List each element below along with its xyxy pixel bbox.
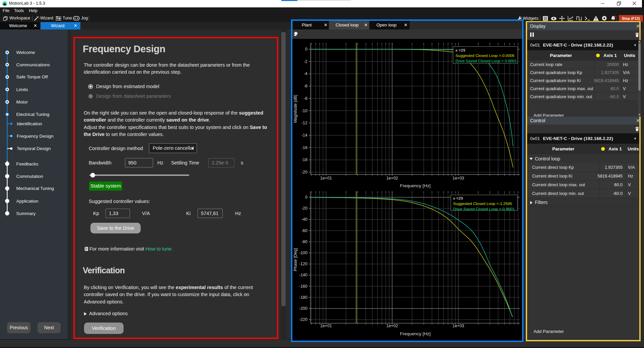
svg-text:1e+01: 1e+01 [320,176,332,181]
svg-text:-4: -4 [304,71,307,76]
svg-text:-8: -8 [304,96,307,101]
svg-text:Frequency [Hz]: Frequency [Hz] [400,183,431,188]
svg-text:1e+01: 1e+01 [320,324,332,328]
svg-text:Suggested Closed Loop =-1.2595: Suggested Closed Loop =-1.2595 [453,201,512,206]
svg-text:Commutation: Commutation [16,174,43,179]
svg-text:-140: -140 [299,273,307,277]
svg-text:Motor: Motor [16,99,28,105]
svg-text:0: 0 [305,195,307,200]
svg-text:Drive Saved Closed Loop = 0.00: Drive Saved Closed Loop = 0.0001 [455,59,517,63]
svg-text:Welcome: Welcome [16,50,35,55]
svg-text:Mechanical Tuning: Mechanical Tuning [16,186,54,191]
svg-text:-14: -14 [301,133,307,138]
svg-text:Frequency Design: Frequency Design [17,134,54,139]
svg-text:-220: -220 [299,317,307,322]
svg-text:Identification: Identification [17,121,42,126]
svg-text:Application: Application [16,199,39,204]
svg-text:-200: -200 [299,306,307,311]
svg-text:-12: -12 [301,121,307,125]
svg-text:-120: -120 [299,262,307,266]
svg-text:-18: -18 [301,157,307,162]
svg-text:1e+03: 1e+03 [452,176,464,181]
svg-text:-60: -60 [301,228,307,233]
svg-text:1e+03: 1e+03 [452,324,464,328]
svg-text:-20: -20 [301,170,307,175]
svg-text:Feedbacks: Feedbacks [16,161,39,166]
svg-text:1e+02: 1e+02 [386,324,398,328]
svg-text:-20: -20 [301,206,307,211]
svg-text:Suggested Closed Loop =-0.0006: Suggested Closed Loop =-0.0006 [455,53,515,58]
svg-text:Limits: Limits [16,87,28,92]
svg-text:-80: -80 [301,239,307,244]
svg-text:Electrical Tuning: Electrical Tuning [16,112,50,117]
svg-text:Phase [Deg]: Phase [Deg] [293,248,298,271]
svg-text:-6: -6 [304,84,307,88]
svg-text:-100: -100 [299,251,307,255]
svg-text:Safe Torque Off: Safe Torque Off [16,74,48,79]
svg-text:-160: -160 [299,284,307,289]
svg-text:-16: -16 [301,145,307,150]
svg-text:Magnitude [dB]: Magnitude [dB] [293,95,298,123]
svg-text:x =29: x =29 [453,196,463,201]
svg-text:Communications: Communications [16,62,50,67]
svg-text:-180: -180 [299,295,307,300]
svg-text:Temporal Design: Temporal Design [17,146,51,151]
svg-text:1e+02: 1e+02 [386,176,398,181]
svg-text:0: 0 [305,47,307,52]
svg-text:-40: -40 [301,217,307,222]
svg-text:Drive Saved Closed Loop =-0.86: Drive Saved Closed Loop =-0.8601 [453,207,515,211]
svg-text:Summary: Summary [16,211,36,216]
svg-text:-10: -10 [301,109,307,113]
svg-text:Frequency [Hz]: Frequency [Hz] [400,331,431,336]
svg-text:x =29: x =29 [455,48,465,53]
svg-text:-2: -2 [304,59,307,64]
